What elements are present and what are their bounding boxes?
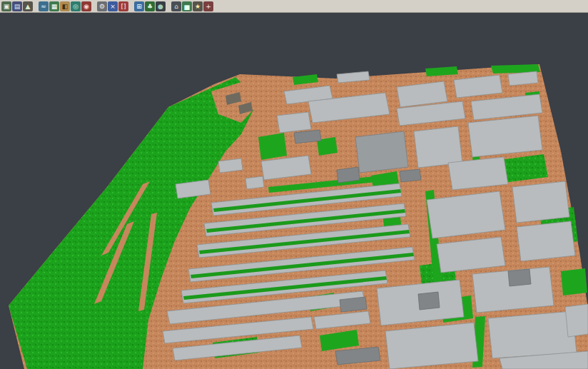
record-icon[interactable]: ◉ — [81, 1, 91, 11]
building — [565, 304, 588, 337]
building — [488, 311, 577, 358]
add-icon[interactable]: + — [203, 1, 213, 11]
terrain-icon[interactable]: ▲ — [23, 1, 33, 11]
building-dark — [418, 292, 440, 310]
volume-box-icon[interactable]: ◧ — [60, 1, 70, 11]
point-cloud-scene[interactable] — [0, 0, 588, 369]
building — [414, 126, 462, 168]
building — [218, 158, 243, 173]
grid-view-icon[interactable]: ⊞ — [134, 1, 144, 11]
building — [508, 71, 538, 86]
building — [512, 181, 569, 223]
home-view-icon[interactable]: ⌂ — [171, 1, 181, 11]
building-dark — [340, 297, 367, 312]
clip-brackets-icon[interactable]: [] — [118, 1, 128, 11]
building — [245, 176, 264, 189]
layers-icon[interactable]: ▦ — [49, 1, 59, 11]
building — [427, 191, 505, 238]
vegetation-icon[interactable]: ♣ — [145, 1, 155, 11]
star-tool-icon[interactable]: ★ — [193, 1, 203, 11]
delete-cross-icon[interactable]: × — [108, 1, 118, 11]
water-level-icon[interactable]: ≈ — [39, 1, 49, 11]
building-dark — [508, 269, 531, 286]
globe-icon[interactable]: ◎ — [71, 1, 81, 11]
3d-viewport[interactable] — [0, 0, 588, 369]
building-dark — [337, 167, 360, 183]
world-icon[interactable]: ● — [156, 1, 166, 11]
image-layer-icon[interactable]: ▤ — [12, 1, 22, 11]
building — [517, 221, 575, 261]
screen-capture-icon[interactable]: ▣ — [1, 1, 11, 11]
building — [385, 323, 478, 369]
toolbar: ▣▤▲≈▦◧◎◉⚙×[]⊞♣●⌂▅★+ — [0, 0, 588, 13]
building — [277, 112, 311, 133]
settings-gear-icon[interactable]: ⚙ — [97, 1, 107, 11]
building-dark — [400, 169, 421, 182]
application-window: ▣▤▲≈▦◧◎◉⚙×[]⊞♣●⌂▅★+ — [0, 0, 588, 369]
vegetation-patch — [561, 268, 587, 295]
histogram-icon[interactable]: ▅ — [182, 1, 192, 11]
vegetation-patch — [258, 133, 287, 160]
building — [468, 116, 542, 157]
building-mid — [355, 131, 408, 173]
building — [448, 157, 508, 190]
